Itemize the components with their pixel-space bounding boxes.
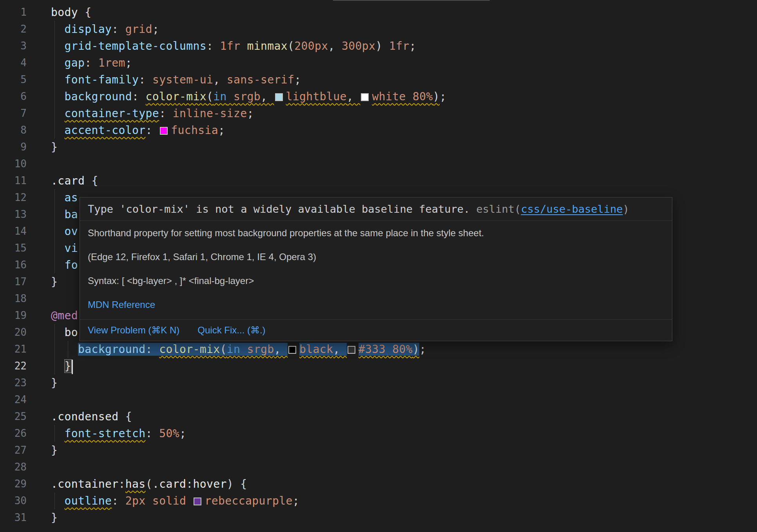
code-line[interactable]: 1body { — [0, 4, 757, 21]
line-number[interactable]: 23 — [0, 375, 27, 391]
code-line[interactable]: 24 — [0, 391, 757, 408]
code-line[interactable]: 11.card { — [0, 172, 757, 189]
code-line[interactable]: 2 display: grid; — [0, 21, 757, 38]
quick-fix-action[interactable]: Quick Fix... (⌘.) — [197, 325, 265, 336]
code-token: accent-color — [65, 124, 146, 137]
code-token: { — [240, 478, 247, 490]
code-token: : — [119, 478, 125, 490]
code-token: : — [139, 73, 152, 86]
code-line[interactable]: 9} — [0, 139, 757, 156]
code-token: ( — [206, 90, 213, 103]
code-token: : — [186, 478, 193, 490]
code-line[interactable]: 8 accent-color: fuchsia; — [0, 122, 757, 139]
line-number[interactable]: 3 — [0, 38, 27, 54]
code-line[interactable]: 29.container:has(.card:hover) { — [0, 476, 757, 492]
indent-guide — [68, 341, 68, 358]
code-token — [51, 90, 65, 103]
code-token: ; — [152, 23, 159, 36]
indent-guide — [54, 341, 55, 358]
code-token: ; — [440, 90, 446, 103]
code-line[interactable]: 27} — [0, 442, 757, 459]
code-token: in — [227, 343, 241, 356]
code-line[interactable]: 21 background: color-mix(in srgb, black,… — [0, 341, 757, 358]
indent-guide — [54, 71, 55, 88]
code-token: minmax — [247, 40, 288, 52]
color-swatch[interactable] — [275, 93, 283, 101]
code-token: 200px — [294, 40, 328, 52]
line-number[interactable]: 26 — [0, 425, 27, 442]
code-token: 2px solid — [125, 494, 193, 507]
problem-rule-link[interactable]: css/use-baseline — [521, 203, 623, 215]
code-token: } — [51, 275, 58, 288]
code-line[interactable]: 5 font-family: system-ui, sans-serif; — [0, 71, 757, 88]
code-line[interactable]: 10 — [0, 156, 757, 172]
line-number[interactable]: 2 — [0, 21, 27, 38]
line-number[interactable]: 27 — [0, 442, 27, 459]
code-token — [51, 73, 65, 86]
line-number[interactable]: 29 — [0, 476, 27, 492]
code-line[interactable]: 23} — [0, 375, 757, 391]
line-number[interactable]: 9 — [0, 139, 27, 156]
view-problem-action[interactable]: View Problem (⌘K N) — [88, 325, 179, 336]
code-line[interactable]: 26 font-stretch: 50%; — [0, 425, 757, 442]
code-token: : — [132, 90, 146, 103]
code-line[interactable]: 30 outline: 2px solid rebeccapurple; — [0, 492, 757, 509]
code-line[interactable]: 6 background: color-mix(in srgb, lightbl… — [0, 88, 757, 105]
line-number[interactable]: 17 — [0, 273, 27, 290]
code-token: background — [65, 90, 132, 103]
code-token: ; — [294, 73, 301, 86]
code-token: ; — [179, 427, 186, 440]
line-number[interactable]: 24 — [0, 391, 27, 408]
code-line[interactable]: 3 grid-template-columns: 1fr minmax(200p… — [0, 38, 757, 54]
line-number[interactable]: 8 — [0, 122, 27, 139]
color-swatch[interactable] — [288, 346, 296, 354]
line-number[interactable]: 25 — [0, 408, 27, 425]
doc-browser-support: (Edge 12, Firefox 1, Safari 1, Chrome 1,… — [88, 251, 664, 263]
code-line[interactable]: 7 container-type: inline-size; — [0, 105, 757, 122]
line-number[interactable]: 22 — [0, 358, 27, 375]
line-number[interactable]: 5 — [0, 71, 27, 88]
color-swatch[interactable] — [361, 93, 369, 101]
code-line[interactable]: 22 } — [0, 358, 757, 375]
line-number[interactable]: 20 — [0, 324, 27, 341]
code-line[interactable]: 28 — [0, 459, 757, 476]
line-number[interactable]: 10 — [0, 156, 27, 172]
line-number[interactable]: 14 — [0, 223, 27, 240]
line-number[interactable]: 31 — [0, 509, 27, 526]
line-number[interactable]: 21 — [0, 341, 27, 358]
code-token: : — [112, 23, 125, 36]
color-swatch[interactable] — [194, 498, 201, 505]
code-line[interactable]: 4 gap: 1rem; — [0, 54, 757, 71]
code-token: : — [146, 427, 159, 440]
line-number[interactable]: 7 — [0, 105, 27, 122]
line-number[interactable]: 19 — [0, 307, 27, 324]
line-number[interactable]: 1 — [0, 4, 27, 21]
line-number[interactable]: 28 — [0, 459, 27, 476]
code-token: srgb — [240, 343, 274, 356]
color-swatch[interactable] — [160, 127, 168, 135]
code-token — [51, 107, 65, 120]
line-number[interactable]: 6 — [0, 88, 27, 105]
code-line[interactable]: 25.condensed { — [0, 408, 757, 425]
line-number[interactable]: 18 — [0, 290, 27, 307]
line-number[interactable]: 16 — [0, 257, 27, 273]
code-token — [51, 360, 65, 373]
code-token: ; — [218, 124, 225, 137]
code-token — [51, 225, 65, 238]
code-line[interactable]: 31} — [0, 509, 757, 526]
line-number[interactable]: 4 — [0, 54, 27, 71]
code-token — [51, 242, 65, 255]
code-token — [51, 124, 65, 137]
color-swatch[interactable] — [348, 346, 355, 354]
code-token — [51, 343, 78, 356]
line-number[interactable]: 30 — [0, 492, 27, 509]
mdn-reference-link[interactable]: MDN Reference — [88, 299, 155, 310]
code-token: ; — [419, 343, 426, 356]
code-token: { — [92, 174, 98, 187]
line-number[interactable]: 11 — [0, 172, 27, 189]
line-number[interactable]: 13 — [0, 206, 27, 223]
indent-guide — [54, 492, 55, 509]
line-number[interactable]: 12 — [0, 189, 27, 206]
line-number[interactable]: 15 — [0, 240, 27, 257]
code-token: ) — [413, 343, 419, 356]
